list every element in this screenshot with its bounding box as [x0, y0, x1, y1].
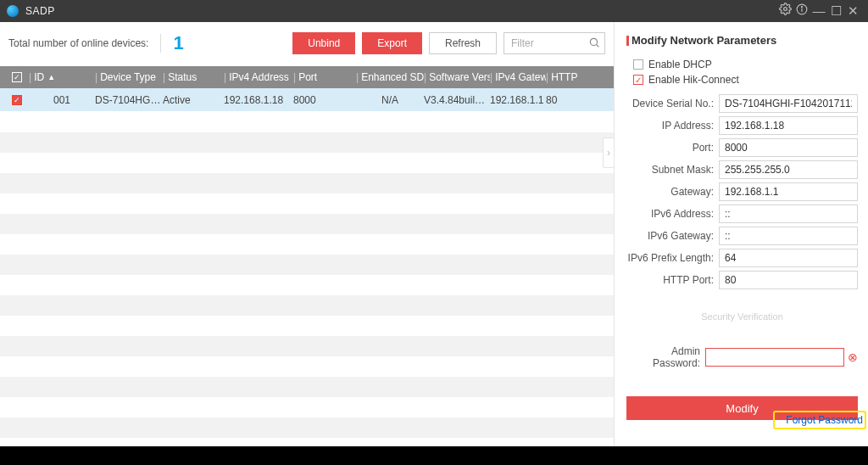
- device-list-pane: Total number of online devices: 1 Unbind…: [0, 22, 614, 446]
- ipv6-input[interactable]: [719, 204, 858, 223]
- serial-label: Device Serial No.:: [626, 98, 719, 109]
- app-icon: [7, 5, 19, 17]
- ipv6-label: IPv6 Address:: [626, 208, 719, 220]
- header-status[interactable]: |Status: [163, 66, 224, 88]
- header-gateway[interactable]: |IPv4 Gateway: [490, 66, 546, 88]
- cell-http: 80: [546, 94, 583, 106]
- enable-hik-label: Enable Hik-Connect: [648, 74, 739, 86]
- maximize-icon[interactable]: ☐: [827, 0, 844, 22]
- prefix-input[interactable]: [719, 249, 858, 267]
- cell-enhanced: N/A: [356, 94, 424, 106]
- ipv6-gateway-label: IPv6 Gateway:: [626, 230, 719, 242]
- cell-port: 8000: [293, 94, 356, 106]
- header-id[interactable]: |ID▲: [29, 66, 95, 88]
- svg-point-3: [801, 7, 802, 8]
- cell-device-type: DS-7104HGH…: [95, 94, 163, 106]
- info-icon[interactable]: [793, 0, 810, 22]
- header-version[interactable]: |Software Vers…: [424, 66, 490, 88]
- header-ipv4[interactable]: |IPv4 Address: [224, 66, 293, 88]
- refresh-button[interactable]: Refresh: [429, 32, 497, 54]
- modify-panel: Modify Network Parameters Enable DHCP ✓ …: [614, 22, 868, 446]
- search-icon[interactable]: [588, 36, 600, 48]
- empty-rows: ›: [0, 112, 614, 446]
- total-count: 1: [173, 32, 183, 54]
- total-label: Total number of online devices:: [8, 37, 148, 49]
- forgot-password-link[interactable]: Forgot Password: [786, 414, 863, 426]
- toolbar: Total number of online devices: 1 Unbind…: [0, 22, 614, 66]
- export-button[interactable]: Export: [362, 32, 422, 54]
- panel-title: Modify Network Parameters: [626, 34, 858, 47]
- footer-bar: [0, 446, 868, 465]
- header-http[interactable]: |HTTP: [546, 66, 583, 88]
- cell-status: Active: [163, 94, 224, 106]
- prefix-label: IPv6 Prefix Length:: [626, 252, 719, 264]
- port-input[interactable]: [719, 138, 858, 157]
- select-all-checkbox[interactable]: ✓: [12, 72, 22, 82]
- ipv6-gateway-input[interactable]: [719, 227, 858, 245]
- cell-version: V3.4.84build …: [424, 94, 490, 106]
- minimize-icon[interactable]: —: [810, 0, 827, 22]
- table-header: ✓ |ID▲ |Device Type |Status |IPv4 Addres…: [0, 66, 614, 88]
- admin-password-input[interactable]: [705, 348, 844, 367]
- close-icon[interactable]: ✕: [844, 0, 861, 22]
- app-title: SADP: [25, 5, 776, 17]
- error-icon: ⊗: [848, 350, 858, 364]
- admin-password-label: Admin Password:: [626, 345, 705, 369]
- enable-dhcp-checkbox[interactable]: [633, 59, 643, 70]
- port-label: Port:: [626, 142, 719, 154]
- expand-panel-icon[interactable]: ›: [603, 137, 615, 168]
- gear-icon[interactable]: [776, 0, 793, 22]
- titlebar: SADP — ☐ ✕: [0, 0, 868, 22]
- header-enhanced[interactable]: |Enhanced SD…: [356, 66, 424, 88]
- mask-label: Subnet Mask:: [626, 164, 719, 176]
- http-port-label: HTTP Port:: [626, 274, 719, 286]
- mask-input[interactable]: [719, 160, 858, 179]
- http-port-input[interactable]: [719, 271, 858, 289]
- svg-point-0: [783, 8, 787, 11]
- enable-dhcp-label: Enable DHCP: [648, 59, 712, 70]
- security-verification-label: Security Verification: [626, 311, 858, 322]
- enable-hik-checkbox[interactable]: ✓: [633, 75, 643, 85]
- ip-label: IP Address:: [626, 120, 719, 132]
- divider: [160, 34, 161, 53]
- serial-input[interactable]: [719, 94, 858, 113]
- cell-ipv4: 192.168.1.18: [224, 94, 293, 106]
- header-device-type[interactable]: |Device Type: [95, 66, 163, 88]
- cell-id: 001: [29, 94, 95, 106]
- svg-point-4: [590, 38, 597, 45]
- row-checkbox[interactable]: ✓: [12, 95, 22, 105]
- table-row[interactable]: ✓ 001 DS-7104HGH… Active 192.168.1.18 80…: [0, 88, 614, 112]
- gateway-label: Gateway:: [626, 186, 719, 198]
- svg-line-5: [597, 45, 599, 48]
- ip-input[interactable]: [719, 116, 858, 135]
- header-port[interactable]: |Port: [293, 66, 356, 88]
- gateway-input[interactable]: [719, 182, 858, 201]
- cell-gateway: 192.168.1.1: [490, 94, 546, 106]
- unbind-button[interactable]: Unbind: [292, 32, 355, 54]
